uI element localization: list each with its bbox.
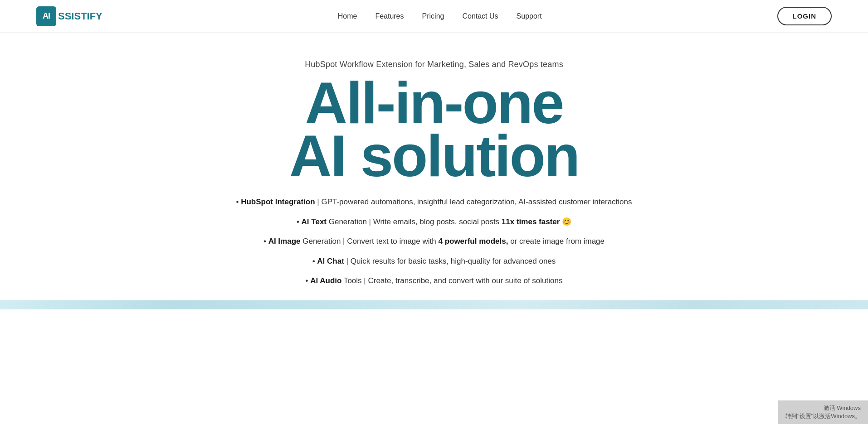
feature-ai-image-bullet: • — [263, 237, 268, 246]
nav-item-pricing[interactable]: Pricing — [422, 12, 444, 20]
feature-ai-image: • AI Image Generation | Convert text to … — [263, 236, 605, 247]
feature-ai-chat-label: AI Chat — [317, 257, 344, 265]
windows-watermark-line2: 转到"设置"以激活Windows。 — [785, 412, 861, 420]
headline-line2: AI solution — [171, 130, 697, 183]
feature-ai-text-emoji: 😊 — [560, 217, 571, 226]
hero-subtitle: HubSpot Workflow Extension for Marketing… — [171, 60, 697, 69]
main-content: HubSpot Workflow Extension for Marketing… — [0, 0, 868, 309]
feature-ai-text-bullet: • — [297, 217, 302, 226]
feature-ai-image-end: or create image from image — [508, 237, 605, 246]
feature-ai-text-desc: Generation | Write emails, blog posts, s… — [327, 217, 502, 226]
feature-ai-image-desc: Generation | Convert text to image with — [301, 237, 439, 246]
logo-icon-text: AI — [43, 11, 50, 21]
feature-ai-chat: • AI Chat | Quick results for basic task… — [312, 255, 556, 267]
feature-hubspot: • HubSpot Integration | GPT-powered auto… — [236, 196, 632, 208]
logo-brand-text: SSISTIFY — [58, 10, 102, 22]
feature-hubspot-text: | GPT-powered automations, insightful le… — [315, 198, 632, 206]
feature-ai-audio-bullet: • — [306, 276, 311, 285]
headline-line1: All-in-one — [171, 77, 697, 130]
windows-watermark-line1: 激活 Windows — [785, 404, 861, 412]
feature-ai-chat-bullet: • — [312, 257, 317, 265]
hero-headline: All-in-one AI solution — [171, 77, 697, 183]
login-button[interactable]: LOGIN — [777, 7, 832, 25]
feature-ai-text-speed: 11x times faster — [502, 217, 560, 226]
nav-item-contact[interactable]: Contact Us — [462, 12, 498, 20]
hero-section: HubSpot Workflow Extension for Marketing… — [162, 33, 706, 296]
feature-ai-text-label: AI Text — [302, 217, 327, 226]
feature-ai-image-models: 4 powerful models, — [438, 237, 508, 246]
feature-hubspot-bullet: • — [236, 198, 241, 206]
nav-item-features[interactable]: Features — [375, 12, 404, 20]
feature-ai-text: • AI Text Generation | Write emails, blo… — [297, 216, 571, 228]
nav-item-support[interactable]: Support — [517, 12, 542, 20]
feature-ai-audio-desc: Tools | Create, transcribe, and convert … — [341, 276, 562, 285]
logo: AI SSISTIFY — [36, 6, 102, 26]
feature-ai-image-label: AI Image — [268, 237, 301, 246]
feature-ai-audio-label: AI Audio — [310, 276, 341, 285]
main-nav: Home Features Pricing Contact Us Support — [338, 12, 542, 20]
features-list: • HubSpot Integration | GPT-powered auto… — [171, 196, 697, 287]
feature-ai-chat-desc: | Quick results for basic tasks, high-qu… — [344, 257, 556, 265]
main-header: AI SSISTIFY Home Features Pricing Contac… — [0, 0, 868, 33]
feature-ai-audio: • AI Audio Tools | Create, transcribe, a… — [306, 275, 563, 287]
windows-watermark: 激活 Windows 转到"设置"以激活Windows。 — [778, 400, 868, 424]
bottom-decorative-bar — [0, 300, 868, 309]
feature-hubspot-label: HubSpot Integration — [241, 198, 315, 206]
logo-icon: AI — [36, 6, 56, 26]
nav-item-home[interactable]: Home — [338, 12, 357, 20]
